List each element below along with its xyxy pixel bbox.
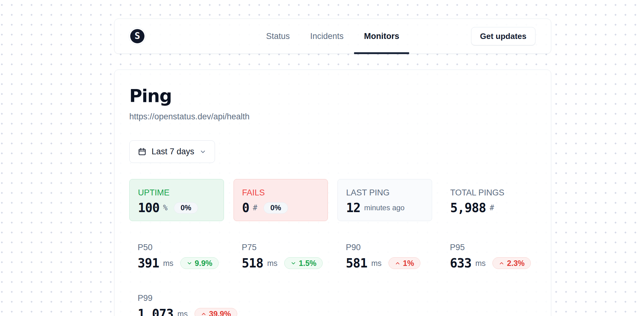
trend-value: 1% [403,259,414,268]
monitor-url: https://openstatus.dev/api/health [129,111,536,122]
status-page-header: S Status Incidents Monitors Get updates [114,19,551,54]
trend-badge: 1% [389,257,420,269]
tab-status[interactable]: Status [265,19,290,53]
stat-delta-badge: 0% [264,202,288,214]
percentile-value: 633 [450,256,471,270]
percentile-unit: ms [163,259,173,268]
stat-delta-badge: 0% [174,202,198,214]
stat-card-uptime: UPTIME 100 % 0% [129,179,224,221]
openstatus-logo[interactable]: S [129,28,146,45]
chevron-up-icon [499,260,504,266]
tab-status-label: Status [266,32,290,41]
trend-badge: 1.5% [284,257,323,269]
tab-incidents[interactable]: Incidents [310,19,344,53]
calendar-icon [138,147,146,156]
tab-monitors[interactable]: Monitors [363,19,400,53]
stat-unit: # [253,203,257,212]
chevron-up-icon [395,260,401,266]
get-updates-button[interactable]: Get updates [471,27,535,45]
tab-monitors-label: Monitors [364,32,399,41]
percentile-row-2: P99 1,073 ms 39.9% [129,293,536,316]
stat-label: TOTAL PINGS [450,188,528,197]
percentile-p50: P50 391 ms 9.9% [129,242,224,270]
percentile-label: P99 [138,293,224,303]
stat-label: UPTIME [138,188,215,197]
logo-letter: S [135,31,140,41]
openstatus-logo-mark: S [130,29,144,43]
trend-value: 2.3% [507,259,525,268]
percentile-p90: P90 581 ms 1% [337,242,432,270]
trend-badge: 39.9% [195,308,237,316]
percentile-p95: P95 633 ms 2.3% [442,242,536,270]
monitor-detail-card: Ping https://openstatus.dev/api/health L… [114,70,551,316]
percentile-value: 581 [346,256,367,270]
stat-value: 100 [138,201,159,215]
stat-value: 0 [242,201,249,215]
percentile-unit: ms [267,259,277,268]
percentile-value: 391 [138,256,159,270]
percentile-value: 1,073 [138,307,173,316]
chevron-up-icon [201,311,207,316]
percentile-unit: ms [177,310,187,316]
percentile-p99: P99 1,073 ms 39.9% [129,293,224,316]
chevron-down-icon [200,148,206,155]
trend-badge: 9.9% [180,257,219,269]
monitor-title: Ping [129,85,536,107]
trend-value: 39.9% [209,310,231,316]
stat-label: LAST PING [346,188,423,197]
percentile-row-1: P50 391 ms 9.9% P75 518 ms 1.5% [129,242,536,270]
stat-value: 12 [346,201,360,215]
stat-unit: minutes ago [364,203,405,212]
stat-value: 5,988 [450,201,486,215]
percentile-label: P95 [450,242,536,253]
percentile-label: P90 [346,242,432,253]
tab-incidents-label: Incidents [310,32,344,41]
stat-label: FAILS [242,188,320,197]
stat-card-fails: FAILS 0 # 0% [234,179,328,221]
stat-card-total-pings: TOTAL PINGS 5,988 # [442,179,536,221]
stat-unit: % [163,203,167,212]
percentile-unit: ms [475,259,486,268]
stats-row: UPTIME 100 % 0% FAILS 0 # 0% LAST PING 1… [129,179,536,221]
chevron-down-icon [290,260,296,266]
header-nav: Status Incidents Monitors [265,19,400,53]
stat-unit: # [490,203,494,212]
date-range-selector[interactable]: Last 7 days [129,140,215,163]
trend-value: 1.5% [299,259,316,268]
percentile-unit: ms [371,259,381,268]
trend-badge: 2.3% [492,257,531,269]
active-tab-underline [354,52,409,54]
date-range-label: Last 7 days [152,147,194,156]
stat-card-last-ping: LAST PING 12 minutes ago [337,179,432,221]
percentile-p75: P75 518 ms 1.5% [234,242,328,270]
percentile-value: 518 [242,256,263,270]
chevron-down-icon [187,260,192,266]
percentile-label: P75 [242,242,328,253]
trend-value: 9.9% [195,259,213,268]
percentile-label: P50 [138,242,224,253]
